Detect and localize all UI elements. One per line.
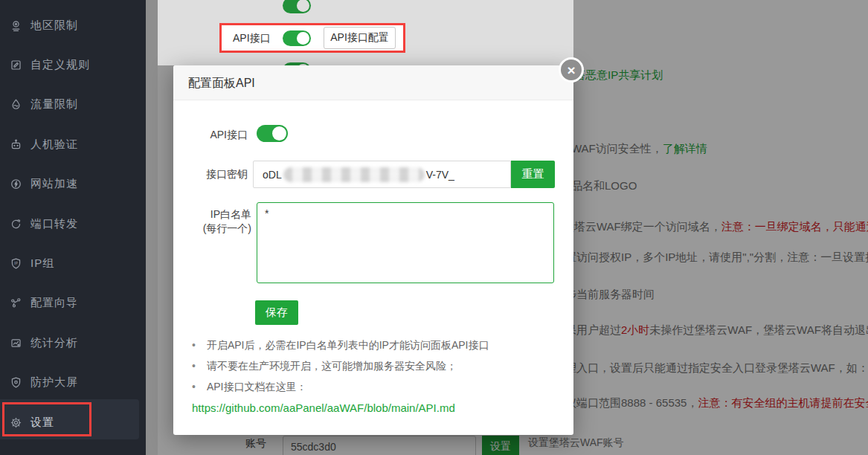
location-icon bbox=[10, 19, 22, 32]
reset-key-button[interactable]: 重置 bbox=[511, 161, 555, 188]
modal-api-toggle[interactable] bbox=[257, 125, 288, 142]
ip-whitelist-sublabel: (每行一个) bbox=[173, 222, 251, 236]
ip-whitelist-textarea[interactable]: * bbox=[257, 202, 554, 283]
sidebar-item-region-limit[interactable]: 地区限制 bbox=[0, 18, 146, 34]
dim-overlay-gap bbox=[146, 0, 158, 455]
custom-rule-icon bbox=[10, 59, 22, 71]
sidebar-item-label: 端口转发 bbox=[30, 217, 78, 231]
annotation-box-api-row bbox=[219, 23, 405, 53]
modal-note: 请不要在生产环境开启，这可能增加服务器安全风险； bbox=[192, 360, 457, 373]
site-speed-icon bbox=[10, 178, 22, 190]
dim-overlay-top-below-box bbox=[219, 53, 405, 65]
sidebar-item-port-forward[interactable]: 端口转发 bbox=[0, 216, 146, 233]
modal-api-toggle-label: API接口 bbox=[173, 129, 248, 142]
dim-overlay-right bbox=[573, 0, 868, 455]
stats-icon bbox=[10, 337, 22, 349]
sidebar-item-site-speed[interactable]: 网站加速 bbox=[0, 176, 146, 193]
sidebar-item-label: 地区限制 bbox=[30, 19, 78, 33]
sidebar-item-stats[interactable]: 统计分析 bbox=[0, 335, 146, 352]
sidebar-item-label: 自定义规则 bbox=[30, 58, 90, 72]
sidebar-item-captcha[interactable]: 人机验证 bbox=[0, 137, 146, 153]
dim-overlay-top-right bbox=[405, 0, 573, 65]
save-button[interactable]: 保存 bbox=[255, 300, 298, 325]
ip-group-icon: IP bbox=[10, 257, 22, 270]
port-forward-icon bbox=[10, 218, 22, 230]
dim-overlay-top-above-box bbox=[219, 0, 405, 23]
ip-whitelist-label: IP白名单 bbox=[173, 208, 251, 222]
modal-title: 配置面板API bbox=[188, 76, 255, 91]
svg-text:IP: IP bbox=[14, 261, 18, 265]
app-window: 地区限制 自定义规则 流量限制 人机验证 网站加速 端口转发 IP IP组 配置 bbox=[0, 0, 868, 455]
api-doc-link[interactable]: https://github.com/aaPanel/aaWAF/blob/ma… bbox=[192, 401, 455, 414]
api-key-redacted-blur bbox=[283, 167, 425, 182]
shield-screen-icon bbox=[10, 376, 22, 389]
close-icon[interactable]: × bbox=[559, 57, 584, 83]
sidebar-item-label: 网站加速 bbox=[30, 177, 78, 191]
sidebar: 地区限制 自定义规则 流量限制 人机验证 网站加速 端口转发 IP IP组 配置 bbox=[0, 0, 146, 455]
sidebar-item-ip-group[interactable]: IP IP组 bbox=[0, 256, 146, 272]
sidebar-item-shield-screen[interactable]: 防护大屏 bbox=[0, 375, 146, 391]
captcha-robot-icon bbox=[10, 138, 22, 151]
annotation-box-settings-item bbox=[2, 402, 91, 436]
sidebar-item-label: 统计分析 bbox=[30, 336, 78, 350]
sidebar-item-label: 流量限制 bbox=[30, 97, 78, 112]
api-key-label: 接口密钥 bbox=[173, 168, 248, 181]
sidebar-item-traffic-limit[interactable]: 流量限制 bbox=[0, 97, 146, 113]
sidebar-item-label: 人机验证 bbox=[30, 138, 78, 152]
sidebar-item-label: 配置向导 bbox=[30, 296, 78, 310]
api-key-prefix: oDL bbox=[263, 169, 282, 181]
modal-header: 配置面板API bbox=[173, 65, 573, 100]
sidebar-item-custom-rules[interactable]: 自定义规则 bbox=[0, 57, 146, 74]
sidebar-item-label: IP组 bbox=[30, 256, 54, 271]
dim-overlay-top-left bbox=[158, 0, 219, 65]
modal-note: API接口文档在这里： bbox=[192, 381, 306, 394]
api-key-suffix: V-7V_ bbox=[426, 169, 454, 181]
sidebar-item-config-wizard[interactable]: 配置向导 bbox=[0, 295, 146, 312]
api-key-field[interactable]: oDLV-7V_ bbox=[253, 161, 511, 188]
api-config-modal: 配置面板API × API接口 接口密钥 oDLV-7V_ 重置 IP白名单 (… bbox=[173, 65, 573, 435]
modal-note: 开启API后，必需在IP白名单列表中的IP才能访问面板API接口 bbox=[192, 339, 489, 352]
config-wizard-icon bbox=[10, 297, 22, 309]
sidebar-item-label: 防护大屏 bbox=[30, 375, 78, 390]
traffic-limit-icon bbox=[10, 98, 22, 111]
